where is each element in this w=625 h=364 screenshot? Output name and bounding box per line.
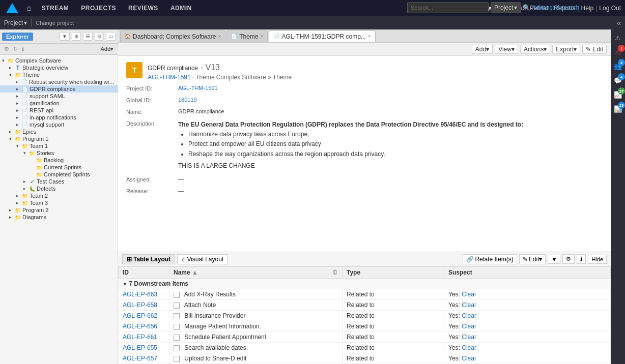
row-checkbox[interactable] xyxy=(174,292,180,298)
actions-toolbar-btn[interactable]: Actions▾ xyxy=(520,45,550,54)
assigned-row: Assigned: — xyxy=(126,176,603,185)
refresh-icon[interactable]: ↻ xyxy=(13,46,18,52)
item-header: T GDPR compliance - V13 AGL-THM-1591 · T… xyxy=(126,62,603,81)
row-id-link[interactable]: AGL-EP-663 xyxy=(123,291,157,298)
row-id-link[interactable]: AGL-EP-657 xyxy=(123,355,157,362)
row-clear-link[interactable]: Clear xyxy=(462,312,476,319)
table-settings-btn[interactable]: ⚙ xyxy=(562,254,575,264)
add-button[interactable]: Add▾ xyxy=(100,46,113,52)
activity-btn[interactable]: 📈 37 xyxy=(612,88,624,101)
row-id-link[interactable]: AGL-EP-656 xyxy=(123,323,157,330)
sidebar-item-stories[interactable]: ▾📁Stories xyxy=(0,149,118,157)
sidebar-item-mysql-support[interactable]: ▸📄mysql support xyxy=(0,121,118,128)
sidebar-item-team-1[interactable]: ▾📁Team 1 xyxy=(0,142,118,149)
row-checkbox[interactable] xyxy=(174,302,180,309)
logout-link[interactable]: Log Out xyxy=(599,5,621,12)
table-hide-btn[interactable]: Hide xyxy=(588,255,607,264)
help-link[interactable]: Help xyxy=(581,5,593,12)
stats-btn[interactable]: 📊 13 xyxy=(612,103,624,115)
sidebar-item-defects[interactable]: ▸🐛Defects xyxy=(0,185,118,192)
warning-btn[interactable]: ⚠ ! xyxy=(612,46,624,58)
tab-dashboard[interactable]: 🏠 Dashboard: Complex Software × xyxy=(120,31,225,42)
row-checkbox[interactable] xyxy=(174,335,180,341)
row-checkbox[interactable] xyxy=(174,345,180,351)
relate-items-btn[interactable]: 🔗Relate Item(s) xyxy=(463,254,517,264)
add-toolbar-btn[interactable]: Add▾ xyxy=(472,45,493,54)
alert-btn[interactable]: ⚠ xyxy=(612,32,624,44)
row-id-link[interactable]: AGL-EP-662 xyxy=(123,312,157,319)
view-toolbar-btn[interactable]: View▾ xyxy=(495,45,518,54)
edit-toolbar-btn[interactable]: ✎ Edit xyxy=(582,45,607,54)
sidebar-item-gdpr-compliance[interactable]: ▸📄GDPR compliance xyxy=(0,85,118,93)
sidebar-item-gamification[interactable]: ▸📄gamification xyxy=(0,100,118,107)
col-name[interactable]: Name ▲ 🗓 xyxy=(169,267,343,279)
sidebar-item-rest-api[interactable]: ▸📄REST api xyxy=(0,107,118,114)
panel2-btn[interactable]: ▭ xyxy=(106,32,116,41)
tab-theme[interactable]: 📄 Theme × xyxy=(226,31,268,42)
logo[interactable] xyxy=(4,0,20,16)
project-id-value[interactable]: AGL-THM-1591 xyxy=(178,85,603,91)
nav-stream[interactable]: STREAM xyxy=(36,0,75,16)
sidebar-item-completed-sprints[interactable]: 📁Completed Sprints xyxy=(0,171,118,178)
grid-view-btn[interactable]: ⊞ xyxy=(72,32,81,41)
row-clear-link[interactable]: Clear xyxy=(462,301,476,309)
row-id-link[interactable]: AGL-EP-655 xyxy=(123,344,157,351)
sidebar-item-diagrams[interactable]: ▸📁Diagrams xyxy=(0,214,118,221)
filter-btn[interactable]: ▼ xyxy=(60,32,70,41)
change-project-link[interactable]: Change project xyxy=(36,20,74,26)
tab-gdpr[interactable]: 📄 AGL-THM-1591:GDPR comp... × xyxy=(269,31,375,42)
row-clear-link[interactable]: Clear xyxy=(462,291,476,298)
sidebar-item-program-2[interactable]: ▸📁Program 2 xyxy=(0,206,118,214)
sidebar-item-program-1[interactable]: ▾📁Program 1 xyxy=(0,135,118,142)
nav-projects[interactable]: PROJECTS xyxy=(75,0,122,16)
row-type: Related to xyxy=(343,353,444,364)
table-info-btn[interactable]: ℹ xyxy=(577,254,586,264)
sidebar-item-strategic-overview[interactable]: ▸TStrategic overview xyxy=(0,64,118,71)
table-layout-tab[interactable]: ⊞Table Layout xyxy=(122,254,175,264)
row-clear-link[interactable]: Clear xyxy=(462,323,476,330)
nav-admin[interactable]: ADMIN xyxy=(164,0,198,16)
users-btn[interactable]: 👥 4 xyxy=(612,60,624,72)
sidebar-item-team-3[interactable]: ▸📁Team 3 xyxy=(0,199,118,206)
table-row: AGL-EP-663 Add X-Ray Results Related to … xyxy=(119,289,611,300)
home-button[interactable]: ⌂ xyxy=(22,4,36,13)
sidebar-item-complex-software[interactable]: ▾📁Complex Software xyxy=(0,57,118,64)
sidebar-item-epics[interactable]: ▸📁Epics xyxy=(0,128,118,135)
sidebar-item-robust-security[interactable]: ▸📄Robust security when dealing with p xyxy=(0,78,118,85)
table-edit-btn[interactable]: ✎Edit▾ xyxy=(519,254,546,264)
sidebar-item-theme[interactable]: ▾📁Theme xyxy=(0,71,118,78)
explorer-tab[interactable]: Explorer xyxy=(2,33,33,41)
export-toolbar-btn[interactable]: Export▾ xyxy=(552,45,580,54)
row-id-link[interactable]: AGL-EP-661 xyxy=(123,333,157,341)
sidebar-collapse-btn[interactable]: « xyxy=(617,19,621,27)
sidebar-item-backlog[interactable]: 📁Backlog xyxy=(0,157,118,164)
row-id-link[interactable]: AGL-EP-658 xyxy=(123,301,157,309)
row-checkbox[interactable] xyxy=(174,324,180,330)
visual-layout-tab[interactable]: ⌂Visual Layout xyxy=(177,254,228,264)
row-checkbox[interactable] xyxy=(174,356,180,362)
gdpr-tab-close[interactable]: × xyxy=(368,31,371,42)
row-clear-link[interactable]: Clear xyxy=(462,355,476,362)
item-id-link[interactable]: AGL-THM-1591 xyxy=(148,74,191,81)
global-id-value[interactable]: 160119 xyxy=(178,97,603,103)
sidebar-item-team-2[interactable]: ▸📁Team 2 xyxy=(0,192,118,199)
project-selector[interactable]: Project▾ xyxy=(4,19,27,26)
sidebar-item-in-app-notifications[interactable]: ▸📄in-app notifications xyxy=(0,114,118,121)
comments-btn[interactable]: 💬 4 xyxy=(612,74,624,86)
release-value: — xyxy=(178,188,603,194)
nav-reviews[interactable]: REVIEWS xyxy=(122,0,164,16)
panel-btn[interactable]: ⊟ xyxy=(95,32,104,41)
sidebar-item-current-sprints[interactable]: 📁Current Sprints xyxy=(0,164,118,171)
search-input[interactable] xyxy=(407,2,489,13)
row-checkbox[interactable] xyxy=(174,313,180,319)
search-scope-dropdown[interactable]: Project ▾ xyxy=(491,2,521,13)
table-filter-btn[interactable]: ▼ xyxy=(548,255,560,264)
row-clear-link[interactable]: Clear xyxy=(462,333,476,341)
sidebar-item-support-saml[interactable]: ▸📄support SAML xyxy=(0,93,118,100)
row-clear-link[interactable]: Clear xyxy=(462,344,476,351)
advanced-search-link[interactable]: 🔍Advanced search xyxy=(523,4,579,11)
dashboard-tab-close[interactable]: × xyxy=(218,31,221,42)
tree-view-btn[interactable]: ☰ xyxy=(83,32,93,41)
sidebar-item-test-cases[interactable]: ▸✔Test Cases xyxy=(0,178,118,185)
theme-tab-close[interactable]: × xyxy=(261,31,264,42)
